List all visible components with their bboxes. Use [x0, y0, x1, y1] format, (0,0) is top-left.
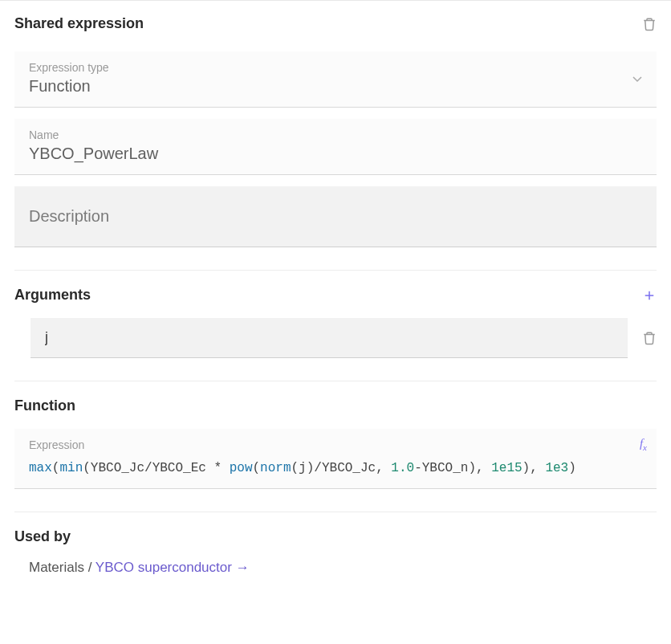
- used-by-link[interactable]: YBCO superconductor →: [96, 560, 250, 575]
- argument-row: [31, 318, 657, 358]
- expression-type-label: Expression type: [29, 61, 642, 74]
- name-value: YBCO_PowerLaw: [29, 145, 642, 163]
- delete-argument-button[interactable]: [642, 330, 657, 346]
- arguments-title: Arguments: [14, 287, 91, 304]
- description-placeholder: Description: [29, 207, 642, 226]
- name-label: Name: [29, 128, 642, 141]
- page-title: Shared expression: [14, 15, 144, 32]
- used-by-title: Used by: [14, 528, 657, 545]
- used-by-entry: Materials / YBCO superconductor →: [29, 560, 657, 576]
- used-by-prefix: Materials /: [29, 560, 96, 575]
- function-title: Function: [14, 397, 657, 414]
- fx-icon[interactable]: fx: [640, 437, 647, 452]
- expression-type-select[interactable]: Expression type Function: [14, 51, 657, 108]
- delete-expression-button[interactable]: [642, 16, 657, 32]
- argument-input[interactable]: [31, 318, 628, 358]
- expression-type-value: Function: [29, 77, 642, 96]
- add-argument-button[interactable]: [642, 288, 657, 303]
- expression-field[interactable]: Expression fx max(min(YBCO_Jc/YBCO_Ec * …: [14, 429, 657, 489]
- name-field[interactable]: Name YBCO_PowerLaw: [14, 119, 657, 175]
- description-field[interactable]: Description: [14, 186, 657, 247]
- expression-code[interactable]: max(min(YBCO_Jc/YBCO_Ec * pow(norm(j)/YB…: [29, 461, 642, 475]
- expression-label: Expression: [29, 438, 642, 451]
